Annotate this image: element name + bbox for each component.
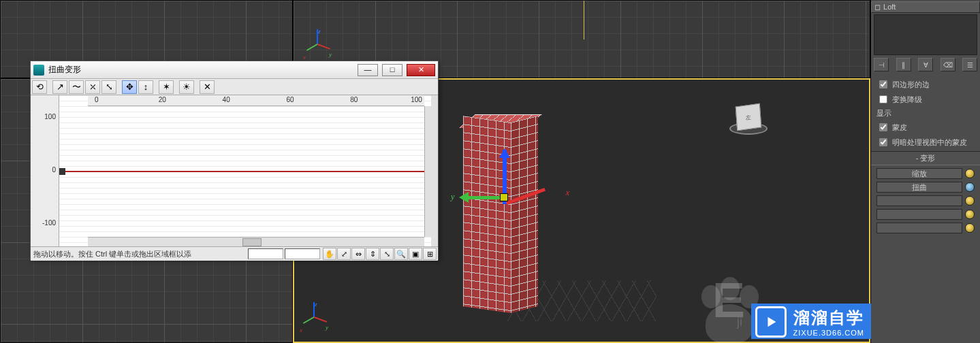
axis-gizmo-perspective: zxy	[300, 304, 327, 331]
maximize-button[interactable]: □	[382, 64, 402, 76]
move-gizmo[interactable]: x y	[490, 184, 518, 211]
option-skin[interactable]: 蒙皮	[871, 120, 980, 135]
zoom-hv-icon[interactable]: ⤡	[380, 248, 394, 260]
deform-button-5[interactable]	[876, 223, 962, 233]
play-icon	[755, 306, 787, 338]
transform-degrade-checkbox[interactable]	[879, 95, 887, 103]
skin-checkbox[interactable]	[879, 123, 887, 131]
app-root: E ji zxy zxy 左 x y ◻ Loft ⊣ ∥ ∀	[0, 0, 980, 343]
dialog-titlebar[interactable]: 扭曲变形 — □ ✕	[31, 61, 438, 79]
curve-smooth-icon[interactable]: 〜	[69, 80, 84, 94]
bulb-icon[interactable]	[965, 169, 975, 178]
deform-button-4[interactable]	[876, 209, 962, 220]
deform-row-4	[871, 208, 980, 221]
bulb-icon[interactable]	[965, 182, 975, 192]
dialog-title: 扭曲变形	[48, 64, 81, 76]
status-value-1[interactable]	[248, 248, 283, 259]
dialog-body: 100 0 -100 0 20 40 60 80 100	[31, 95, 438, 246]
configure-sets-button[interactable]: ☰	[962, 58, 977, 71]
zoom-horiz-icon[interactable]: ⇔	[351, 248, 365, 260]
reset-curve-icon[interactable]: ✕	[200, 80, 215, 94]
watermark-ji: ji	[737, 315, 742, 329]
make-unique-button[interactable]: ∀	[918, 58, 933, 71]
viewcube[interactable]: 左	[729, 102, 770, 143]
minimize-button[interactable]: —	[358, 64, 378, 76]
pan-icon[interactable]: ✋	[323, 248, 336, 260]
watermark-banner: 溜溜自学 ZIXUE.3D66.COM	[751, 304, 871, 339]
vertical-ruler: 100 0 -100	[31, 95, 59, 246]
bulb-icon[interactable]	[965, 223, 975, 233]
deform-button-3[interactable]	[876, 195, 962, 206]
symmetry-icon[interactable]: ⟲	[32, 80, 47, 94]
deform-scale-button[interactable]: 缩放	[876, 168, 962, 179]
deform-twist-button[interactable]: 扭曲	[876, 182, 962, 193]
status-hint: 拖动以移动。按住 Ctrl 键单击或拖出区域框以添	[31, 249, 248, 259]
deform-row-3	[871, 194, 980, 208]
scrollbar-thumb[interactable]	[242, 238, 262, 246]
zoom-icon[interactable]: 🔍	[394, 248, 408, 260]
bulb-icon[interactable]	[965, 210, 975, 219]
close-button[interactable]: ✕	[407, 64, 435, 76]
quad-edges-checkbox[interactable]	[879, 80, 887, 88]
deformation-curve[interactable]	[59, 171, 431, 172]
insert-point-icon[interactable]: ✶	[159, 80, 174, 94]
app-icon	[33, 65, 44, 76]
watermark-url: ZIXUE.3D66.COM	[793, 329, 864, 337]
zoom-all-icon[interactable]: ⊞	[423, 248, 437, 260]
control-point-start[interactable]	[59, 168, 65, 175]
vertical-scrollbar[interactable]	[424, 106, 431, 237]
expand-icon: ◻	[874, 3, 881, 12]
deform-row-5	[871, 221, 980, 235]
dialog-statusbar: 拖动以移动。按住 Ctrl 键单击或拖出区域框以添 ✋ ⤢ ⇔ ⇕ ⤡ 🔍 ▣ …	[31, 246, 438, 261]
deform-twist-row: 扭曲	[871, 180, 980, 194]
bulb-icon[interactable]	[965, 196, 975, 206]
horizontal-ruler: 0 20 40 60 80 100	[88, 95, 424, 106]
curve-corner-icon[interactable]: ↗	[52, 80, 67, 94]
command-panel: ◻ Loft ⊣ ∥ ∀ ⌫ ☰ 四边形的边 变换降级 显示 蒙皮 明暗处理视图…	[870, 0, 980, 343]
rollout-label: Loft	[883, 3, 896, 11]
twist-deformation-dialog: 扭曲变形 — □ ✕ ⟲ ↗ 〜 ⤫ ⤡ ✥ ↕ ✶ ☀ ✕ 100	[30, 61, 439, 260]
rollout-deformations[interactable]: - 变形	[871, 151, 980, 165]
loft-object[interactable]: x y	[463, 116, 545, 313]
option-quad-edges[interactable]: 四边形的边	[871, 77, 980, 92]
zoom-extents-icon[interactable]: ⤢	[337, 248, 351, 260]
status-value-2[interactable]	[285, 248, 320, 259]
watermark-brand: 溜溜自学	[793, 307, 864, 329]
zoom-region-icon[interactable]: ▣	[409, 248, 422, 260]
dialog-toolbar: ⟲ ↗ 〜 ⤫ ⤡ ✥ ↕ ✶ ☀ ✕	[31, 79, 438, 95]
curve-line-icon[interactable]: ⤡	[101, 80, 116, 94]
viewcube-face[interactable]: 左	[736, 103, 762, 131]
option-skin-shaded[interactable]: 明暗处理视图中的蒙皮	[871, 135, 980, 150]
rollout-loft[interactable]: ◻ Loft	[871, 1, 980, 13]
option-transform-degrade[interactable]: 变换降级	[871, 92, 980, 107]
zoom-vert-icon[interactable]: ⇕	[366, 248, 379, 260]
delete-point-icon[interactable]: ☀	[179, 80, 194, 94]
horizontal-scrollbar[interactable]	[88, 237, 424, 246]
curve-bezier-icon[interactable]: ⤫	[85, 80, 100, 94]
remove-modifier-button[interactable]: ⌫	[941, 58, 955, 71]
deform-scale-row: 缩放	[871, 167, 980, 180]
collapse-icon: -	[916, 154, 919, 162]
svg-marker-0	[768, 317, 776, 327]
stack-toolbar: ⊣ ∥ ∀ ⌫ ☰	[871, 56, 980, 73]
move-point-icon[interactable]: ✥	[122, 80, 137, 94]
pin-stack-button[interactable]: ⊣	[874, 58, 889, 71]
modifier-stack[interactable]	[874, 14, 977, 55]
display-header: 显示	[871, 107, 980, 120]
vertical-guide	[584, 1, 584, 39]
skin-shaded-checkbox[interactable]	[879, 138, 887, 146]
deformation-graph[interactable]: 0 20 40 60 80 100	[59, 95, 438, 246]
show-end-result-button[interactable]: ∥	[896, 58, 911, 71]
axis-gizmo-top: zxy	[303, 31, 330, 58]
scale-point-icon[interactable]: ↕	[138, 80, 153, 94]
